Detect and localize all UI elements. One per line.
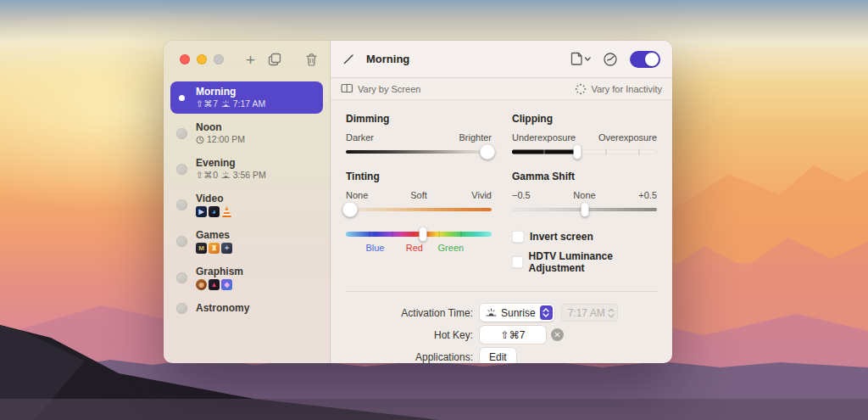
applications-row: Applications: Edit: [346, 348, 657, 363]
profile-radio[interactable]: [176, 236, 187, 247]
profile-header: Morning: [331, 41, 672, 78]
hdtv-checkbox-row[interactable]: HDTV Luminance Adjustment: [512, 250, 657, 274]
profile-row[interactable]: Evening ⇧⌘03:56 PM: [170, 153, 323, 185]
applications-label: Applications:: [346, 351, 473, 363]
profile-name: Astronomy: [196, 302, 249, 315]
profile-radio[interactable]: [176, 272, 187, 283]
profile-row[interactable]: Video ▶◕: [170, 188, 323, 221]
profile-subtitle: M♜✦: [196, 243, 232, 254]
zoom-icon[interactable]: [214, 54, 224, 64]
clipping-control: Clipping Underexposure Overexposure: [512, 113, 657, 160]
hue-green-label: Green: [438, 243, 465, 253]
profile-hotkey: ⇧⌘7: [196, 98, 219, 109]
profile-time: 12:00 PM: [207, 134, 245, 145]
dimming-slider[interactable]: [346, 144, 492, 160]
vlc-cone-app-icon: [221, 206, 232, 217]
activation-time-text: 7:17 AM: [568, 307, 605, 319]
profile-enabled-toggle[interactable]: [630, 51, 660, 68]
clipping-title: Clipping: [512, 113, 657, 125]
profile-hotkey: ⇧⌘0: [196, 170, 219, 181]
dimming-knob[interactable]: [480, 144, 495, 160]
hue-red-label: Red: [406, 243, 423, 253]
tinting-slider[interactable]: [346, 202, 492, 217]
popup-stepper-badge: [540, 305, 553, 320]
vary-by-screen-button[interactable]: Vary by Screen: [341, 83, 420, 94]
clear-hotkey-button[interactable]: ✕: [551, 328, 564, 341]
invert-screen-checkbox[interactable]: [512, 231, 524, 243]
trash-icon: [305, 53, 318, 66]
gamma-control: Gamma Shift −0.5 None +0.5: [512, 171, 657, 217]
profile-row[interactable]: Graphism ◉▲◆: [170, 261, 323, 294]
delete-profile-button[interactable]: [305, 53, 318, 66]
profile-subtitle: ▶◕: [196, 206, 232, 217]
clipping-left-label: Underexposure: [512, 132, 576, 143]
profile-text: Noon 12:00 PM: [196, 121, 245, 145]
profile-text: Astronomy: [196, 302, 249, 315]
clipping-knob[interactable]: [573, 145, 581, 160]
profile-name: Games: [196, 229, 232, 242]
vary-for-inactivity-button[interactable]: Vary for Inactivity: [575, 83, 662, 95]
right-column: Clipping Underexposure Overexposure: [512, 113, 657, 274]
vary-for-inactivity-label: Vary for Inactivity: [591, 84, 662, 94]
hdtv-checkbox[interactable]: [512, 256, 523, 268]
gamma-none-label: None: [573, 190, 595, 200]
hue-tick: [369, 232, 370, 238]
hotkey-row: Hot Key: ✕: [346, 326, 657, 344]
edit-applications-button[interactable]: Edit: [480, 348, 516, 363]
activation-time-row: Activation Time: Sunrise 7:17 AM: [346, 304, 657, 322]
profile-name: Noon: [196, 121, 245, 134]
profile-row[interactable]: Noon 12:00 PM: [170, 117, 323, 149]
clipping-tick: [606, 149, 607, 155]
activation-time-label: Activation Time:: [346, 307, 473, 319]
window-titlebar[interactable]: +: [164, 41, 330, 78]
rename-profile-button[interactable]: [342, 53, 355, 65]
sidebar: + Morning ⇧⌘77:17 AM Noon: [164, 41, 331, 363]
profile-row[interactable]: Games M♜✦: [170, 225, 323, 258]
profile-name: Morning: [196, 86, 265, 98]
hue-tick: [392, 232, 393, 238]
profile-radio[interactable]: [176, 92, 187, 104]
gauge-button[interactable]: [603, 52, 618, 67]
time-stepper-icon: [608, 308, 615, 318]
hue-knob[interactable]: [420, 227, 427, 242]
chevron-down-icon: [586, 58, 591, 60]
profile-text: Games M♜✦: [196, 229, 232, 254]
minimize-icon[interactable]: [197, 54, 207, 64]
gauge-icon: [603, 52, 618, 67]
pencil-icon: [342, 53, 355, 65]
tinting-control: Tinting None Soft Vivid: [346, 171, 492, 255]
chevron-up-icon: [542, 308, 549, 312]
profile-radio[interactable]: [176, 303, 187, 314]
hotkey-label: Hot Key:: [346, 329, 473, 341]
video-player-app-icon: ▶: [196, 206, 207, 217]
profile-radio[interactable]: [176, 199, 187, 210]
tinting-none-label: None: [346, 190, 368, 200]
tinting-vivid-label: Vivid: [471, 190, 492, 200]
invert-screen-checkbox-row[interactable]: Invert screen: [512, 231, 657, 243]
profile-radio[interactable]: [176, 164, 187, 175]
profile-radio[interactable]: [176, 128, 187, 139]
acorn-app-icon: ◉: [196, 279, 207, 290]
dimming-control: Dimming Darker Brighter: [346, 113, 492, 160]
tinting-knob[interactable]: [342, 202, 358, 217]
checkbox-group: Invert screen HDTV Luminance Adjustment: [512, 231, 657, 274]
duplicate-profile-button[interactable]: [268, 53, 281, 66]
profile-row[interactable]: Astronomy: [170, 298, 323, 319]
profile-subtitle: 12:00 PM: [196, 134, 245, 145]
profile-row[interactable]: Morning ⇧⌘77:17 AM: [170, 81, 323, 114]
profile-text: Graphism ◉▲◆: [196, 266, 243, 290]
profile-time: 3:56 PM: [233, 170, 266, 181]
activation-time-value: Sunrise: [501, 307, 536, 319]
hue-slider[interactable]: [346, 227, 492, 241]
gamma-slider[interactable]: [512, 202, 657, 217]
clipping-slider[interactable]: [512, 144, 657, 160]
gamma-max-label: +0.5: [638, 190, 657, 200]
close-icon[interactable]: [180, 54, 190, 64]
inactivity-sparkle-icon: [575, 83, 587, 95]
gamma-knob[interactable]: [581, 203, 588, 217]
document-menu-button[interactable]: [570, 52, 591, 66]
add-profile-button[interactable]: +: [246, 52, 255, 68]
screens-icon: [341, 83, 353, 94]
hotkey-input[interactable]: [480, 326, 546, 344]
activation-time-popup[interactable]: Sunrise: [480, 304, 554, 322]
